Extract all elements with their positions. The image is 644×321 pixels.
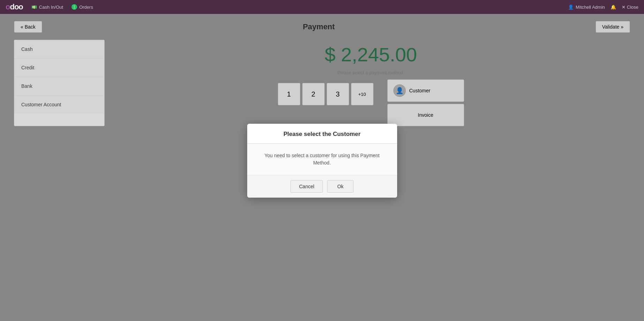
modal-overlay: Please select the Customer You need to s… (0, 0, 644, 321)
modal-title: Please select the Customer (283, 131, 361, 137)
modal-dialog: Please select the Customer You need to s… (247, 124, 397, 198)
modal-ok-button[interactable]: Ok (327, 180, 354, 193)
modal-message: You need to select a customer for using … (258, 152, 386, 167)
modal-body: You need to select a customer for using … (247, 144, 397, 175)
modal-footer: Cancel Ok (247, 175, 397, 198)
modal-header: Please select the Customer (247, 124, 397, 144)
modal-cancel-button[interactable]: Cancel (290, 180, 323, 193)
